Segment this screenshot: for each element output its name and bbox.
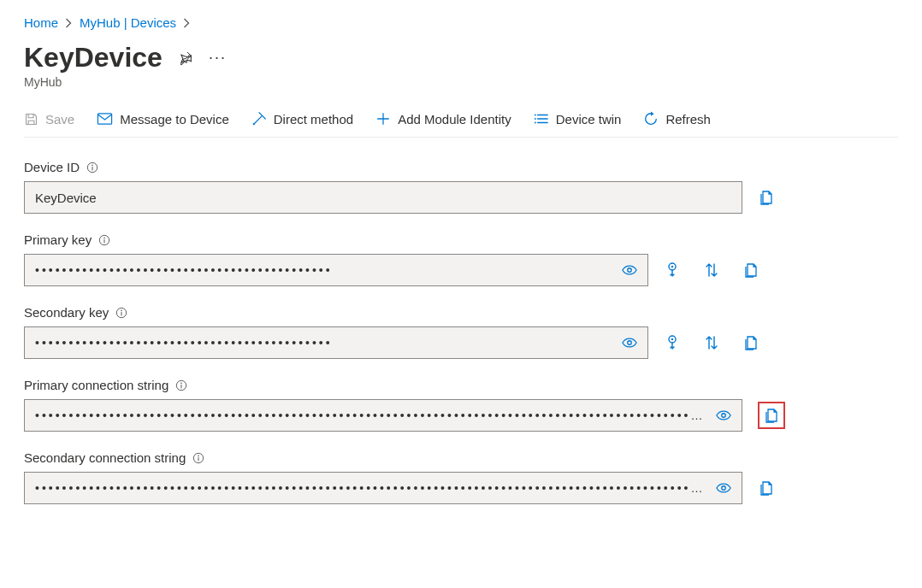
device-id-input[interactable]: KeyDevice — [24, 181, 742, 214]
direct-method-label: Direct method — [274, 112, 353, 126]
device-id-label: Device ID — [24, 160, 80, 174]
info-icon[interactable] — [175, 379, 187, 391]
secondary-cs-label: Secondary connection string — [24, 450, 186, 465]
show-icon[interactable] — [716, 409, 731, 421]
svg-point-16 — [671, 338, 673, 340]
save-button: Save — [24, 112, 74, 126]
svg-point-14 — [628, 341, 632, 345]
show-icon[interactable] — [716, 482, 731, 494]
secondary-connection-string-field: Secondary connection string ••••••••••••… — [24, 450, 811, 504]
breadcrumb-home[interactable]: Home — [24, 15, 58, 30]
more-icon[interactable]: ··· — [209, 49, 227, 67]
plus-icon — [375, 111, 391, 126]
highlighted-copy-button — [758, 402, 785, 429]
info-icon[interactable] — [115, 307, 127, 319]
swap-icon[interactable] — [703, 262, 720, 279]
page-subtitle: MyHub — [24, 75, 898, 89]
copy-icon[interactable] — [758, 479, 775, 497]
info-icon[interactable] — [98, 234, 110, 246]
svg-point-19 — [722, 414, 726, 418]
show-icon[interactable] — [622, 337, 637, 349]
primary-connection-string-field: Primary connection string ••••••••••••••… — [24, 378, 811, 432]
device-id-value: KeyDevice — [35, 191, 731, 205]
svg-point-6 — [92, 164, 93, 166]
svg-point-2 — [535, 115, 536, 116]
direct-method-icon — [251, 111, 267, 126]
direct-method-button[interactable]: Direct method — [251, 111, 353, 126]
secondary-cs-value: ••••••••••••••••••••••••••••••••••••••••… — [35, 482, 709, 494]
secondary-key-input[interactable]: ••••••••••••••••••••••••••••••••••••••••… — [24, 326, 648, 359]
svg-point-13 — [121, 309, 122, 311]
breadcrumb-hub-devices[interactable]: MyHub | Devices — [80, 15, 176, 30]
chevron-right-icon — [183, 18, 191, 28]
add-module-identity-button[interactable]: Add Module Identity — [375, 111, 511, 126]
message-to-device-button[interactable]: Message to Device — [97, 112, 229, 126]
svg-point-11 — [671, 266, 673, 268]
copy-icon[interactable] — [758, 189, 775, 206]
refresh-button[interactable]: Refresh — [643, 111, 711, 126]
svg-point-9 — [628, 268, 632, 273]
refresh-icon — [643, 111, 659, 126]
svg-rect-0 — [98, 114, 112, 124]
svg-point-3 — [535, 118, 536, 120]
regenerate-icon[interactable] — [664, 334, 681, 351]
save-label: Save — [45, 112, 74, 126]
copy-icon[interactable] — [763, 407, 780, 424]
add-module-label: Add Module Identity — [398, 112, 511, 126]
primary-cs-input[interactable]: ••••••••••••••••••••••••••••••••••••••••… — [24, 399, 742, 432]
svg-point-8 — [103, 237, 105, 238]
refresh-label: Refresh — [665, 112, 711, 126]
primary-key-input[interactable]: ••••••••••••••••••••••••••••••••••••••••… — [24, 254, 648, 286]
primary-cs-value: ••••••••••••••••••••••••••••••••••••••••… — [35, 409, 709, 421]
primary-key-value: ••••••••••••••••••••••••••••••••••••••••… — [35, 264, 615, 276]
show-icon[interactable] — [622, 264, 637, 276]
primary-key-label: Primary key — [24, 232, 92, 247]
svg-point-22 — [722, 486, 726, 491]
regenerate-icon[interactable] — [664, 262, 681, 279]
mail-icon — [97, 112, 113, 126]
list-icon — [534, 112, 549, 126]
chevron-right-icon — [65, 18, 73, 28]
secondary-key-field: Secondary key ••••••••••••••••••••••••••… — [24, 305, 811, 359]
page-title: KeyDevice — [24, 42, 163, 74]
swap-icon[interactable] — [703, 334, 720, 351]
pin-icon[interactable] — [178, 50, 193, 66]
copy-icon[interactable] — [742, 262, 759, 279]
info-icon[interactable] — [192, 452, 204, 464]
svg-point-18 — [180, 382, 182, 384]
breadcrumb: Home MyHub | Devices — [24, 15, 898, 30]
device-twin-button[interactable]: Device twin — [534, 112, 622, 126]
primary-key-field: Primary key ••••••••••••••••••••••••••••… — [24, 232, 811, 286]
secondary-key-label: Secondary key — [24, 305, 109, 320]
secondary-key-value: ••••••••••••••••••••••••••••••••••••••••… — [35, 337, 615, 349]
svg-point-1 — [252, 123, 254, 125]
device-twin-label: Device twin — [556, 112, 622, 126]
save-icon — [24, 112, 38, 126]
message-label: Message to Device — [120, 112, 229, 126]
toolbar: Save Message to Device Direct method Add… — [24, 104, 898, 138]
device-id-field: Device ID KeyDevice — [24, 160, 811, 214]
secondary-cs-input[interactable]: ••••••••••••••••••••••••••••••••••••••••… — [24, 472, 742, 504]
primary-cs-label: Primary connection string — [24, 378, 168, 392]
info-icon[interactable] — [86, 162, 98, 173]
svg-point-4 — [535, 122, 536, 124]
svg-point-21 — [198, 455, 199, 456]
copy-icon[interactable] — [742, 334, 759, 351]
